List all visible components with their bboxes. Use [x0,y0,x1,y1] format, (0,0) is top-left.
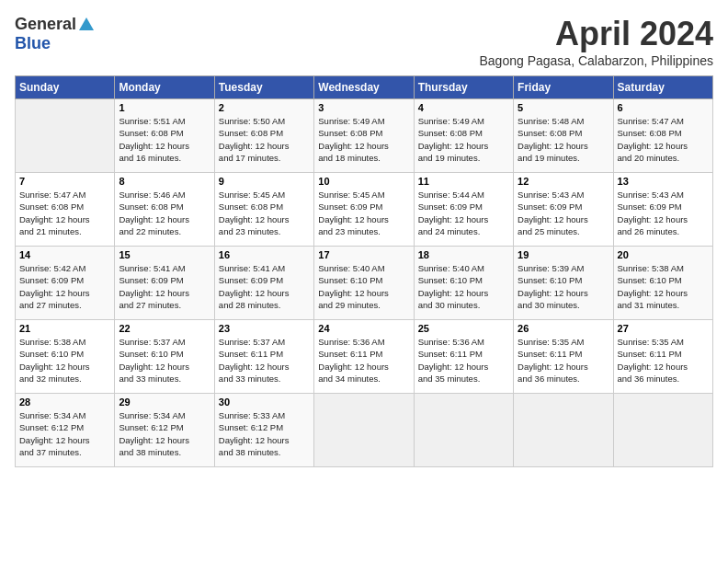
calendar-cell: 12Sunrise: 5:43 AM Sunset: 6:09 PM Dayli… [514,173,613,247]
calendar-cell [514,394,613,467]
logo-blue: Blue [15,34,51,53]
day-number: 29 [119,396,210,408]
day-info: Sunrise: 5:41 AM Sunset: 6:09 PM Dayligh… [119,262,210,311]
day-info: Sunrise: 5:49 AM Sunset: 6:08 PM Dayligh… [318,115,409,164]
day-info: Sunrise: 5:46 AM Sunset: 6:08 PM Dayligh… [119,189,210,237]
day-number: 5 [518,102,609,113]
calendar-cell: 27Sunrise: 5:35 AM Sunset: 6:11 PM Dayli… [613,320,712,394]
day-number: 23 [219,323,310,334]
calendar-cell: 2Sunrise: 5:50 AM Sunset: 6:08 PM Daylig… [214,99,313,173]
day-number: 9 [219,176,310,187]
day-info: Sunrise: 5:38 AM Sunset: 6:10 PM Dayligh… [19,336,110,385]
day-info: Sunrise: 5:41 AM Sunset: 6:09 PM Dayligh… [219,262,310,311]
logo-general: General [15,15,76,34]
calendar-cell: 29Sunrise: 5:34 AM Sunset: 6:12 PM Dayli… [115,394,214,467]
calendar-cell: 26Sunrise: 5:35 AM Sunset: 6:11 PM Dayli… [514,320,613,394]
day-info: Sunrise: 5:35 AM Sunset: 6:11 PM Dayligh… [518,336,609,385]
day-number: 10 [318,176,409,187]
day-number: 19 [518,249,609,260]
day-number: 17 [318,249,409,260]
calendar-cell: 19Sunrise: 5:39 AM Sunset: 6:10 PM Dayli… [514,247,613,320]
day-number: 8 [119,176,210,187]
calendar-table: SundayMondayTuesdayWednesdayThursdayFrid… [15,75,713,467]
calendar-cell: 16Sunrise: 5:41 AM Sunset: 6:09 PM Dayli… [214,247,313,320]
calendar-cell: 3Sunrise: 5:49 AM Sunset: 6:08 PM Daylig… [314,99,414,173]
day-info: Sunrise: 5:34 AM Sunset: 6:12 PM Dayligh… [19,409,110,458]
calendar-title: April 2024 [479,15,713,53]
calendar-cell: 13Sunrise: 5:43 AM Sunset: 6:09 PM Dayli… [613,173,712,247]
svg-marker-0 [79,17,94,30]
day-number: 26 [518,323,609,334]
calendar-cell: 4Sunrise: 5:49 AM Sunset: 6:08 PM Daylig… [414,99,513,173]
calendar-cell: 6Sunrise: 5:47 AM Sunset: 6:08 PM Daylig… [613,99,712,173]
day-number: 16 [219,249,310,260]
day-number: 14 [19,249,110,260]
day-number: 1 [119,102,210,113]
day-info: Sunrise: 5:40 AM Sunset: 6:10 PM Dayligh… [318,262,409,311]
day-info: Sunrise: 5:45 AM Sunset: 6:09 PM Dayligh… [318,189,409,237]
day-info: Sunrise: 5:50 AM Sunset: 6:08 PM Dayligh… [219,115,310,164]
calendar-cell: 15Sunrise: 5:41 AM Sunset: 6:09 PM Dayli… [115,247,214,320]
calendar-cell [414,394,513,467]
calendar-cell: 21Sunrise: 5:38 AM Sunset: 6:10 PM Dayli… [16,320,115,394]
day-number: 22 [119,323,210,334]
day-number: 13 [618,176,709,187]
calendar-cell: 20Sunrise: 5:38 AM Sunset: 6:10 PM Dayli… [613,247,712,320]
week-row-5: 28Sunrise: 5:34 AM Sunset: 6:12 PM Dayli… [16,394,713,467]
day-info: Sunrise: 5:47 AM Sunset: 6:08 PM Dayligh… [19,189,110,237]
calendar-cell [613,394,712,467]
day-number: 7 [19,176,110,187]
calendar-cell: 30Sunrise: 5:33 AM Sunset: 6:12 PM Dayli… [214,394,313,467]
day-info: Sunrise: 5:37 AM Sunset: 6:10 PM Dayligh… [119,336,210,385]
logo: General Blue [15,15,95,53]
logo-triangle-icon [78,16,95,32]
day-number: 27 [618,323,709,334]
day-info: Sunrise: 5:42 AM Sunset: 6:09 PM Dayligh… [19,262,110,311]
header: General Blue April 2024 Bagong Pagasa, C… [15,15,713,68]
calendar-cell: 5Sunrise: 5:48 AM Sunset: 6:08 PM Daylig… [514,99,613,173]
day-info: Sunrise: 5:43 AM Sunset: 6:09 PM Dayligh… [518,189,609,237]
day-info: Sunrise: 5:49 AM Sunset: 6:08 PM Dayligh… [418,115,509,164]
day-info: Sunrise: 5:38 AM Sunset: 6:10 PM Dayligh… [618,262,709,311]
day-number: 15 [119,249,210,260]
calendar-body: 1Sunrise: 5:51 AM Sunset: 6:08 PM Daylig… [16,99,713,467]
calendar-cell: 18Sunrise: 5:40 AM Sunset: 6:10 PM Dayli… [414,247,513,320]
week-row-3: 14Sunrise: 5:42 AM Sunset: 6:09 PM Dayli… [16,247,713,320]
header-sunday: Sunday [16,76,115,99]
header-tuesday: Tuesday [214,76,313,99]
day-number: 21 [19,323,110,334]
day-info: Sunrise: 5:45 AM Sunset: 6:08 PM Dayligh… [219,189,310,237]
header-monday: Monday [115,76,214,99]
day-info: Sunrise: 5:40 AM Sunset: 6:10 PM Dayligh… [418,262,509,311]
calendar-cell: 1Sunrise: 5:51 AM Sunset: 6:08 PM Daylig… [115,99,214,173]
calendar-cell [314,394,414,467]
header-saturday: Saturday [613,76,712,99]
calendar-header: SundayMondayTuesdayWednesdayThursdayFrid… [16,76,713,99]
header-wednesday: Wednesday [314,76,414,99]
day-number: 2 [219,102,310,113]
calendar-cell: 9Sunrise: 5:45 AM Sunset: 6:08 PM Daylig… [214,173,313,247]
header-row: SundayMondayTuesdayWednesdayThursdayFrid… [16,76,713,99]
day-number: 20 [618,249,709,260]
calendar-cell: 17Sunrise: 5:40 AM Sunset: 6:10 PM Dayli… [314,247,414,320]
day-number: 28 [19,396,110,408]
week-row-1: 1Sunrise: 5:51 AM Sunset: 6:08 PM Daylig… [16,99,713,173]
day-info: Sunrise: 5:43 AM Sunset: 6:09 PM Dayligh… [618,189,709,237]
day-number: 30 [219,396,310,408]
calendar-cell: 7Sunrise: 5:47 AM Sunset: 6:08 PM Daylig… [16,173,115,247]
day-info: Sunrise: 5:51 AM Sunset: 6:08 PM Dayligh… [119,115,210,164]
week-row-2: 7Sunrise: 5:47 AM Sunset: 6:08 PM Daylig… [16,173,713,247]
day-number: 6 [618,102,709,113]
calendar-cell: 11Sunrise: 5:44 AM Sunset: 6:09 PM Dayli… [414,173,513,247]
day-info: Sunrise: 5:39 AM Sunset: 6:10 PM Dayligh… [518,262,609,311]
week-row-4: 21Sunrise: 5:38 AM Sunset: 6:10 PM Dayli… [16,320,713,394]
calendar-subtitle: Bagong Pagasa, Calabarzon, Philippines [479,53,713,68]
day-info: Sunrise: 5:36 AM Sunset: 6:11 PM Dayligh… [318,336,409,385]
title-area: April 2024 Bagong Pagasa, Calabarzon, Ph… [479,15,713,68]
day-number: 4 [418,102,509,113]
header-friday: Friday [514,76,613,99]
calendar-cell: 25Sunrise: 5:36 AM Sunset: 6:11 PM Dayli… [414,320,513,394]
day-number: 12 [518,176,609,187]
day-number: 24 [318,323,409,334]
day-info: Sunrise: 5:47 AM Sunset: 6:08 PM Dayligh… [618,115,709,164]
